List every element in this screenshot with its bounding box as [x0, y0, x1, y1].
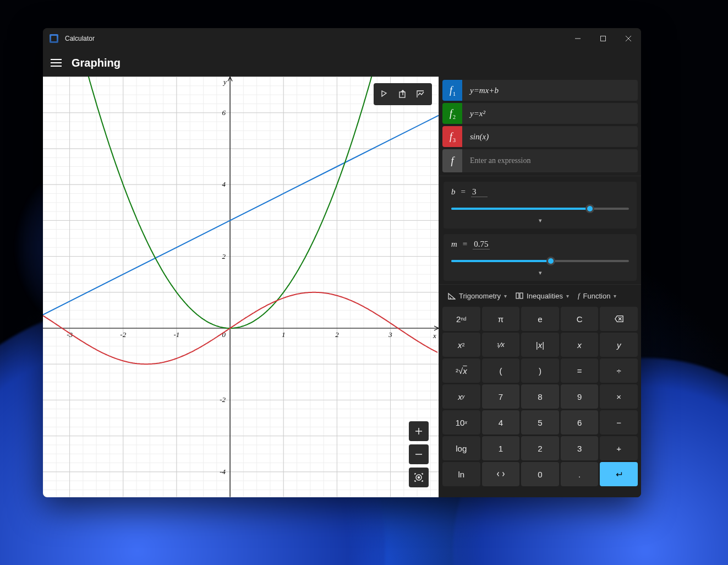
inequality-icon — [516, 292, 523, 300]
key-6[interactable]: 6 — [561, 410, 599, 434]
trace-tool-icon[interactable] — [377, 86, 393, 102]
titlebar: Calculator — [43, 28, 641, 49]
key-[interactable] — [600, 307, 638, 331]
variable-value[interactable]: 3 — [471, 187, 488, 197]
trig-label: Trigonometry — [459, 292, 501, 300]
key-x[interactable]: |x| — [521, 333, 559, 357]
zoom-out-button[interactable] — [409, 444, 429, 464]
key-log[interactable]: log — [442, 436, 480, 460]
key-[interactable]: × — [600, 384, 638, 409]
function-badge[interactable]: f2 — [442, 103, 462, 124]
key-4[interactable]: 4 — [482, 410, 520, 434]
svg-rect-123 — [520, 293, 523, 298]
key-[interactable]: ) — [521, 358, 559, 383]
key-x[interactable]: xy — [442, 384, 480, 409]
svg-text:-2: -2 — [120, 330, 126, 339]
function-badge: f — [442, 149, 462, 172]
zoom-reset-button[interactable] — [409, 468, 429, 487]
svg-rect-116 — [399, 92, 405, 97]
function-row[interactable]: f1 y = mx + b — [442, 80, 638, 101]
key-10[interactable]: 10x — [442, 410, 480, 434]
calculator-window: Calculator Graphing -3-2-1123-4-22460xy — [43, 28, 641, 497]
svg-point-121 — [418, 477, 420, 479]
key-y[interactable]: y — [600, 333, 638, 357]
svg-text:y: y — [222, 78, 227, 86]
key-[interactable]: ÷ — [600, 358, 638, 383]
variable-box: b = 3 ▾ — [444, 182, 637, 229]
key-x[interactable]: x2 — [442, 333, 480, 357]
key-ln[interactable]: ln — [442, 462, 480, 486]
function-badge[interactable]: f1 — [442, 80, 462, 101]
svg-text:-4: -4 — [220, 468, 226, 476]
key-8[interactable]: 8 — [521, 384, 559, 409]
mode-title: Graphing — [72, 57, 121, 69]
variable-name: b — [451, 187, 456, 197]
maximize-button[interactable] — [590, 28, 616, 49]
inequalities-dropdown[interactable]: Inequalities ▾ — [512, 289, 572, 302]
key-x[interactable]: x — [561, 333, 599, 357]
key-7[interactable]: 7 — [482, 384, 520, 409]
app-title: Calculator — [65, 35, 95, 42]
chevron-down-icon: ▾ — [614, 293, 616, 299]
function-badge[interactable]: f3 — [442, 126, 462, 147]
func-label: Function — [583, 292, 611, 300]
key-[interactable]: π — [482, 307, 520, 331]
share-icon[interactable] — [395, 86, 411, 102]
angle-icon — [448, 292, 456, 300]
zoom-in-button[interactable] — [409, 421, 429, 441]
key-[interactable]: . — [561, 462, 599, 486]
key-[interactable]: ( — [482, 358, 520, 383]
minimize-button[interactable] — [565, 28, 590, 49]
function-icon: f — [578, 291, 580, 300]
function-expression[interactable]: y = x² — [462, 103, 638, 124]
svg-text:1: 1 — [282, 330, 285, 339]
key-0[interactable]: 0 — [521, 462, 559, 486]
svg-text:4: 4 — [222, 180, 226, 188]
function-dropdown[interactable]: f Function ▾ — [574, 289, 620, 302]
key-[interactable]: − — [600, 410, 638, 434]
graph-toolbar — [374, 83, 432, 105]
new-expression-input[interactable]: f Enter an expression — [442, 149, 638, 172]
variable-slider[interactable] — [451, 205, 629, 213]
menu-icon[interactable] — [51, 59, 62, 67]
key-2[interactable]: 2nd — [442, 307, 480, 331]
key-[interactable]: 1⁄x — [482, 333, 520, 357]
variable-box: m = 0.75 ▾ — [444, 234, 637, 281]
variable-value[interactable]: 0.75 — [473, 240, 489, 249]
key-e[interactable]: e — [521, 307, 559, 331]
chevron-down-icon: ▾ — [566, 293, 569, 299]
key-5[interactable]: 5 — [521, 410, 559, 434]
key-1[interactable]: 1 — [482, 436, 520, 460]
function-row[interactable]: f2 y = x² — [442, 103, 638, 124]
function-expression[interactable]: sin(x) — [462, 126, 638, 147]
svg-rect-1 — [601, 36, 606, 41]
svg-rect-122 — [516, 293, 519, 298]
key-c[interactable]: C — [561, 307, 599, 331]
key-x[interactable]: 2√x — [442, 358, 480, 383]
ineq-label: Inequalities — [527, 292, 563, 300]
variable-slider[interactable] — [451, 257, 629, 265]
function-row[interactable]: f3 sin(x) — [442, 126, 638, 147]
trig-dropdown[interactable]: Trigonometry ▾ — [445, 289, 510, 302]
function-expression[interactable]: y = mx + b — [462, 80, 638, 101]
graph-svg: -3-2-1123-4-22460xy — [43, 77, 439, 497]
header: Graphing — [43, 49, 641, 77]
chevron-down-icon: ▾ — [504, 293, 507, 299]
graph-canvas[interactable]: -3-2-1123-4-22460xy — [43, 77, 439, 497]
key-[interactable] — [600, 462, 638, 486]
key-2[interactable]: 2 — [521, 436, 559, 460]
graph-options-icon[interactable] — [412, 86, 429, 102]
expand-chevron-icon[interactable]: ▾ — [451, 269, 629, 276]
variable-line: b = 3 — [451, 187, 629, 197]
close-button[interactable] — [616, 28, 641, 49]
key-[interactable]: + — [600, 436, 638, 460]
key-9[interactable]: 9 — [561, 384, 599, 409]
key-[interactable]: = — [561, 358, 599, 383]
svg-text:2: 2 — [222, 252, 226, 260]
svg-text:-2: -2 — [220, 395, 226, 404]
svg-text:6: 6 — [222, 108, 226, 117]
key-[interactable] — [482, 462, 520, 486]
expand-chevron-icon[interactable]: ▾ — [451, 217, 629, 224]
variable-line: m = 0.75 — [451, 240, 629, 249]
key-3[interactable]: 3 — [561, 436, 599, 460]
